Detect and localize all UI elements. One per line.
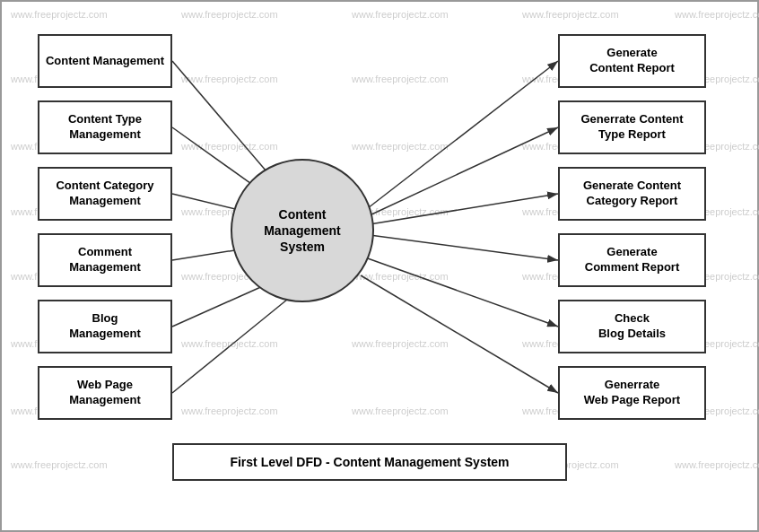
diagram-title: First Level DFD - Content Management Sys… <box>230 455 509 469</box>
generate-content-report-node: GenerateContent Report <box>558 34 706 88</box>
svg-line-7 <box>370 127 558 215</box>
center-circle: ContentManagementSystem <box>231 159 374 302</box>
watermark: www.freeprojectz.com <box>11 9 108 20</box>
watermark: www.freeprojectz.com <box>352 74 449 84</box>
check-blog-details-node: CheckBlog Details <box>558 300 706 353</box>
watermark: www.freeprojectz.com <box>11 459 108 470</box>
generate-content-type-report-node: Generrate ContentType Report <box>558 100 706 154</box>
watermark: www.freeprojectz.com <box>181 74 278 84</box>
generate-comment-report-node: GenerateComment Report <box>558 233 706 287</box>
svg-line-10 <box>365 257 558 327</box>
watermark: www.freeprojectz.com <box>181 141 278 152</box>
watermark: www.freeprojectz.com <box>181 338 278 349</box>
generate-content-category-report-node: Generate ContentCategory Report <box>558 167 706 221</box>
caption-box: First Level DFD - Content Management Sys… <box>172 443 567 481</box>
content-category-management-node: Content CategoryManagement <box>38 167 172 221</box>
watermark: www.freeprojectz.com <box>181 406 278 416</box>
diagram-container: www.freeprojectz.com www.freeprojectz.co… <box>0 0 759 532</box>
watermark: www.freeprojectz.com <box>352 9 449 20</box>
svg-line-8 <box>370 194 558 224</box>
watermark: www.freeprojectz.com <box>522 9 619 20</box>
watermark: www.freeprojectz.com <box>675 9 759 20</box>
content-management-node: Content Management <box>38 34 172 88</box>
content-type-management-node: Content TypeManagement <box>38 100 172 154</box>
svg-line-11 <box>361 275 558 393</box>
comment-management-node: CommentManagement <box>38 233 172 287</box>
watermark: www.freeprojectz.com <box>352 271 449 282</box>
watermark: www.freeprojectz.com <box>352 141 449 152</box>
generate-webpage-report-node: GenerrateWeb Page Report <box>558 366 706 420</box>
watermark: www.freeprojectz.com <box>352 338 449 349</box>
watermark: www.freeprojectz.com <box>181 9 278 20</box>
watermark: www.freeprojectz.com <box>352 406 449 416</box>
watermark: www.freeprojectz.com <box>675 459 759 470</box>
webpage-management-node: Web PageManagement <box>38 366 172 420</box>
svg-line-6 <box>368 61 558 208</box>
blog-management-node: BlogManagement <box>38 300 172 353</box>
svg-line-9 <box>370 235 558 260</box>
